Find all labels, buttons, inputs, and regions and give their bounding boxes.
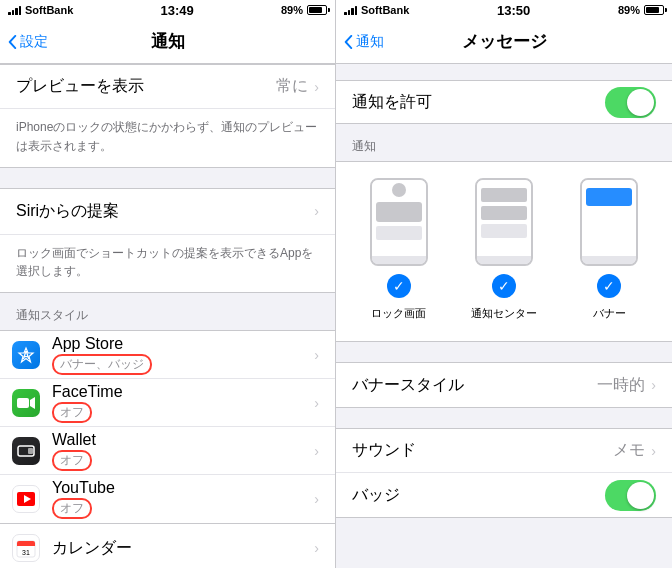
- home-bar-center: [477, 256, 531, 264]
- siri-section: Siriからの提案 › ロック画面でショートカットの提案を表示できるAppを選択…: [0, 188, 335, 294]
- app-name-facetime: FaceTime: [52, 383, 314, 401]
- app-name-youtube: YouTube: [52, 479, 314, 497]
- svg-text:A: A: [22, 350, 29, 361]
- carrier-left: SoftBank: [25, 4, 73, 16]
- app-row-facetime[interactable]: FaceTime オフ ›: [0, 379, 335, 427]
- app-row-appstore[interactable]: A App Store バナー、バッジ ›: [0, 331, 335, 379]
- preview-section: プレビューを表示 常に › iPhoneのロックの状態にかかわらず、通知のプレビ…: [0, 64, 335, 168]
- app-icon-wallet: [12, 437, 40, 465]
- app-icon-wrap-wallet: [0, 437, 52, 465]
- svg-rect-4: [28, 448, 33, 454]
- preview-desc: iPhoneのロックの状態にかかわらず、通知のプレビューは表示されます。: [16, 120, 317, 153]
- back-chevron-icon-right: [344, 35, 353, 49]
- back-button-right[interactable]: 通知: [344, 33, 384, 51]
- notif-style-label-banner: バナー: [593, 306, 626, 321]
- svg-text:31: 31: [22, 549, 30, 556]
- banner-style-group: バナースタイル 一時的 ›: [336, 362, 672, 408]
- app-name-appstore: App Store: [52, 335, 314, 353]
- calendar-chevron-icon: ›: [314, 540, 319, 556]
- app-row-youtube[interactable]: YouTube オフ ›: [0, 475, 335, 523]
- notif-style-icons: ✓ ロック画面 ✓: [336, 162, 672, 329]
- left-content: プレビューを表示 常に › iPhoneのロックの状態にかかわらず、通知のプレビ…: [0, 64, 335, 568]
- back-button-left[interactable]: 設定: [8, 33, 48, 51]
- notif-section-header: 通知: [336, 124, 672, 161]
- siri-title: Siriからの提案: [16, 201, 314, 222]
- facetime-chevron-icon: ›: [314, 395, 319, 411]
- allow-notif-label: 通知を許可: [352, 92, 605, 113]
- app-name-wallet: Wallet: [52, 431, 314, 449]
- app-info-youtube: YouTube オフ: [52, 479, 314, 519]
- siri-row[interactable]: Siriからの提案 ›: [0, 189, 335, 235]
- badge-toggle[interactable]: [605, 480, 656, 511]
- preview-label: プレビューを表示: [16, 76, 144, 97]
- svg-rect-9: [17, 544, 35, 546]
- app-icon-youtube: [12, 485, 40, 513]
- app-row-wallet[interactable]: Wallet オフ ›: [0, 427, 335, 475]
- badge-row: バッジ: [336, 473, 672, 517]
- status-bar-left: SoftBank 13:49 89%: [0, 0, 335, 20]
- app-icon-wrap-appstore: A: [0, 341, 52, 369]
- sound-chevron-icon: ›: [651, 443, 656, 459]
- check-lock[interactable]: ✓: [387, 274, 411, 298]
- mock-screen-center: [477, 180, 531, 256]
- nav-bar-left: 設定 通知: [0, 20, 335, 64]
- home-bar-banner: [582, 256, 636, 264]
- notif-style-label: 通知スタイル: [0, 293, 335, 330]
- check-center[interactable]: ✓: [492, 274, 516, 298]
- notif-style-center[interactable]: ✓ 通知センター: [464, 178, 544, 321]
- check-banner[interactable]: ✓: [597, 274, 621, 298]
- app-info-appstore: App Store バナー、バッジ: [52, 335, 314, 375]
- banner-style-value: 一時的: [597, 375, 645, 396]
- notif-block: [376, 202, 422, 222]
- time-right: 13:50: [497, 3, 530, 18]
- banner-style-label: バナースタイル: [352, 375, 597, 396]
- mock-screen-lock: [372, 180, 426, 256]
- notif-style-lock[interactable]: ✓ ロック画面: [359, 178, 439, 321]
- notif-style-banner[interactable]: ✓ バナー: [569, 178, 649, 321]
- allow-notif-toggle[interactable]: [605, 87, 656, 118]
- center-notif-2: [481, 206, 527, 220]
- notif-phone-mock-center: [475, 178, 533, 266]
- app-row-calendar[interactable]: 31 カレンダー ›: [0, 524, 335, 568]
- banner-style-section: バナースタイル 一時的 ›: [336, 362, 672, 408]
- allow-notif-section: 通知を許可: [336, 80, 672, 124]
- toggle-thumb: [627, 89, 654, 116]
- notif-styles-section: 通知 ✓ ロック画面: [336, 124, 672, 342]
- siri-desc-wrap: ロック画面でショートカットの提案を表示できるAppを選択します。: [0, 235, 335, 293]
- app-info-wallet: Wallet オフ: [52, 431, 314, 471]
- time-left: 13:49: [161, 3, 194, 18]
- sound-row[interactable]: サウンド メモ ›: [336, 429, 672, 473]
- center-notif-1: [481, 188, 527, 202]
- app-icon-wrap-calendar: 31: [0, 534, 52, 562]
- nav-bar-right: 通知 メッセージ: [336, 20, 672, 64]
- app-info-facetime: FaceTime オフ: [52, 383, 314, 423]
- banner-style-row[interactable]: バナースタイル 一時的 ›: [336, 363, 672, 407]
- carrier-right: SoftBank: [361, 4, 409, 16]
- lock-icon: [392, 183, 406, 197]
- app-list-section: 通知スタイル A App Store バナー、バッジ ›: [0, 293, 335, 524]
- notif-phone-mock-banner: [580, 178, 638, 266]
- app-info-calendar: カレンダー: [52, 538, 314, 559]
- app-list: A App Store バナー、バッジ ›: [0, 330, 335, 524]
- preview-row[interactable]: プレビューを表示 常に ›: [0, 65, 335, 109]
- home-bar-lock: [372, 256, 426, 264]
- badge-label: バッジ: [352, 485, 605, 506]
- right-phone-panel: SoftBank 13:50 89% 通知 メッセージ 通知を許可: [336, 0, 672, 568]
- svg-rect-1: [17, 398, 29, 408]
- battery-pct-left: 89%: [281, 4, 303, 16]
- battery-icon-right: [644, 5, 664, 15]
- battery-icon-left: [307, 5, 327, 15]
- back-label-left: 設定: [20, 33, 48, 51]
- sound-badge-group: サウンド メモ › バッジ: [336, 428, 672, 518]
- siri-chevron-icon: ›: [314, 203, 319, 219]
- siri-desc: ロック画面でショートカットの提案を表示できるAppを選択します。: [16, 246, 313, 279]
- more-apps-section: 31 カレンダー ›: [0, 524, 335, 568]
- sound-value: メモ: [613, 440, 645, 461]
- notif-style-label-lock: ロック画面: [371, 306, 426, 321]
- banner-style-chevron-icon: ›: [651, 377, 656, 393]
- app-icon-wrap-youtube: [0, 485, 52, 513]
- left-phone-panel: SoftBank 13:49 89% 設定 通知 プレビューを表示 常に: [0, 0, 336, 568]
- app-name-calendar: カレンダー: [52, 538, 314, 559]
- app-sub-wallet: オフ: [52, 450, 92, 471]
- preview-desc-wrap: iPhoneのロックの状態にかかわらず、通知のプレビューは表示されます。: [0, 109, 335, 167]
